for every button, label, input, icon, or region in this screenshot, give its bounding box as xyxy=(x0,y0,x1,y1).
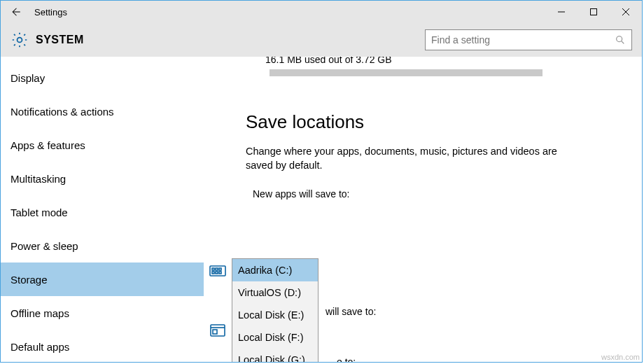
search-input[interactable] xyxy=(431,34,615,46)
header: SYSTEM xyxy=(1,23,642,57)
apps-save-label: New apps will save to: xyxy=(253,188,628,200)
storage-used-text: 16.1 MB used out of 3.72 GB xyxy=(265,57,628,65)
back-button[interactable] xyxy=(1,1,30,23)
header-title: SYSTEM xyxy=(36,34,84,46)
search-box[interactable] xyxy=(425,29,632,50)
minimize-button[interactable] xyxy=(545,1,578,23)
music-save-label-fragment: e to: xyxy=(337,356,356,362)
close-icon xyxy=(622,8,630,16)
svg-point-5 xyxy=(617,36,622,42)
sidebar-item-display[interactable]: Display xyxy=(1,61,204,94)
section-title: Save locations xyxy=(246,111,628,133)
window-title: Settings xyxy=(34,7,67,18)
svg-rect-11 xyxy=(212,272,214,274)
svg-rect-1 xyxy=(591,9,597,15)
sidebar: DisplayNotifications & actionsApps & fea… xyxy=(1,57,204,362)
sidebar-item-tablet-mode[interactable]: Tablet mode xyxy=(1,195,204,229)
svg-rect-10 xyxy=(219,268,221,270)
svg-rect-9 xyxy=(216,268,218,270)
documents-save-label-fragment: will save to: xyxy=(326,306,376,317)
svg-rect-12 xyxy=(216,272,218,274)
sidebar-item-power-sleep[interactable]: Power & sleep xyxy=(1,229,204,262)
window-controls xyxy=(545,1,642,23)
svg-rect-8 xyxy=(212,268,214,270)
storage-bar xyxy=(270,69,542,76)
svg-line-6 xyxy=(622,41,624,44)
maximize-button[interactable] xyxy=(578,1,610,23)
sidebar-item-offline-maps[interactable]: Offline maps xyxy=(1,296,204,330)
watermark: wsxdn.com xyxy=(601,353,640,361)
documents-icon xyxy=(204,323,232,338)
drive-option[interactable]: Aadrika (C:) xyxy=(232,259,318,281)
svg-rect-15 xyxy=(213,330,217,334)
close-button[interactable] xyxy=(610,1,642,23)
back-arrow-icon xyxy=(9,6,22,18)
sidebar-item-storage[interactable]: Storage xyxy=(1,262,204,296)
titlebar: Settings xyxy=(1,1,642,23)
sidebar-item-default-apps[interactable]: Default apps xyxy=(1,330,204,363)
apps-drive-dropdown[interactable]: Aadrika (C:)VirtualOS (D:)Local Disk (E:… xyxy=(232,258,318,362)
drive-option[interactable]: VirtualOS (D:) xyxy=(232,281,318,304)
content-area: 16.1 MB used out of 3.72 GB Save locatio… xyxy=(204,57,642,362)
drive-option[interactable]: Local Disk (E:) xyxy=(232,304,318,326)
sidebar-item-multitasking[interactable]: Multitasking xyxy=(1,162,204,195)
sidebar-item-apps-features[interactable]: Apps & features xyxy=(1,128,204,162)
gear-icon xyxy=(10,31,29,49)
search-icon xyxy=(615,34,626,46)
apps-icon xyxy=(204,264,232,278)
minimize-icon xyxy=(557,8,566,16)
svg-point-4 xyxy=(18,38,22,43)
drive-option[interactable]: Local Disk (F:) xyxy=(232,326,318,349)
sidebar-item-notifications-actions[interactable]: Notifications & actions xyxy=(1,94,204,128)
section-subtitle: Change where your apps, documents, music… xyxy=(246,144,561,173)
svg-rect-7 xyxy=(210,266,225,276)
svg-rect-13 xyxy=(219,272,221,274)
drive-option[interactable]: Local Disk (G:) xyxy=(232,349,318,362)
maximize-icon xyxy=(589,8,598,16)
